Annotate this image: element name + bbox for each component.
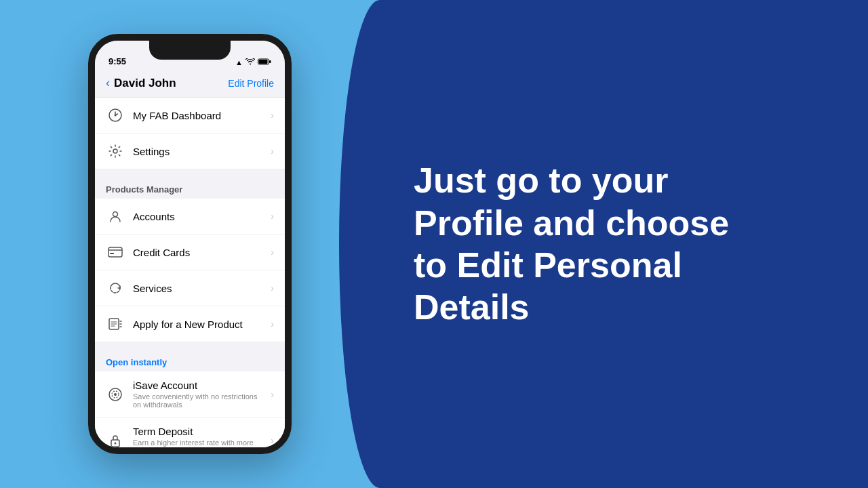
signal-icon: ▲ xyxy=(235,58,243,66)
svg-rect-7 xyxy=(108,247,122,257)
phone-mockup: 9:55 ▲ xyxy=(88,34,292,454)
menu-item-isave[interactable]: iSave Account Save conveniently with no … xyxy=(95,371,285,418)
apply-icon xyxy=(106,314,125,333)
svg-point-6 xyxy=(113,212,118,217)
credit-cards-icon xyxy=(106,243,125,262)
isave-label: iSave Account xyxy=(133,380,262,391)
left-panel: 9:55 ▲ xyxy=(0,0,380,488)
svg-point-4 xyxy=(115,115,117,117)
menu-item-apply[interactable]: Apply for a New Product › xyxy=(95,306,285,342)
chevron-icon: › xyxy=(271,389,274,400)
chevron-icon: › xyxy=(271,211,274,222)
menu-item-term-deposit[interactable]: Term Deposit Earn a higher interest rate… xyxy=(95,418,285,447)
menu-item-accounts[interactable]: Accounts › xyxy=(95,199,285,235)
term-deposit-sub: Earn a higher interest rate with more be… xyxy=(133,439,262,447)
settings-icon xyxy=(106,142,125,161)
open-instantly-section-header: Open instantly xyxy=(95,348,285,371)
svg-rect-1 xyxy=(269,60,271,63)
right-panel: Just go to your Profile and choose to Ed… xyxy=(380,0,868,488)
dashboard-label: My FAB Dashboard xyxy=(133,110,262,121)
term-deposit-text-block: Term Deposit Earn a higher interest rate… xyxy=(133,426,262,447)
svg-point-12 xyxy=(114,393,117,396)
headline-line2: Profile and choose xyxy=(414,203,729,243)
edit-profile-button[interactable]: Edit Profile xyxy=(228,78,274,89)
credit-cards-label: Credit Cards xyxy=(133,247,262,258)
wifi-icon xyxy=(245,58,255,66)
user-name: David John xyxy=(114,77,176,90)
chevron-icon: › xyxy=(271,435,274,446)
divider xyxy=(95,169,285,175)
menu-item-services[interactable]: Services › xyxy=(95,270,285,306)
svg-point-5 xyxy=(113,149,117,153)
divider xyxy=(95,342,285,348)
isave-sub: Save conveniently with no restrictions o… xyxy=(133,392,262,409)
svg-rect-2 xyxy=(259,60,268,64)
svg-rect-8 xyxy=(110,253,114,254)
chevron-icon: › xyxy=(271,146,274,157)
chevron-icon: › xyxy=(271,319,274,329)
phone-content: ‹ David John Edit Profile My FAB Dashboa… xyxy=(95,70,285,447)
menu-item-dashboard[interactable]: My FAB Dashboard › xyxy=(95,98,285,134)
phone-notch xyxy=(149,41,231,60)
headline-line1: Just go to your xyxy=(414,161,669,200)
back-button[interactable]: ‹ xyxy=(106,76,110,90)
chevron-icon: › xyxy=(271,110,274,121)
term-deposit-label: Term Deposit xyxy=(133,426,262,437)
menu-item-credit-cards[interactable]: Credit Cards › xyxy=(95,235,285,270)
services-label: Services xyxy=(133,283,262,294)
headline-line3: to Edit Personal xyxy=(414,245,682,285)
settings-label: Settings xyxy=(133,146,262,157)
chevron-icon: › xyxy=(271,283,274,293)
services-icon xyxy=(106,279,125,298)
menu-item-settings[interactable]: Settings › xyxy=(95,134,285,169)
status-icons: ▲ xyxy=(235,58,271,66)
headline: Just go to your Profile and choose to Ed… xyxy=(414,159,729,329)
products-section-header: Products Manager xyxy=(95,175,285,199)
chevron-icon: › xyxy=(271,247,274,258)
apply-label: Apply for a New Product xyxy=(133,319,262,330)
svg-point-14 xyxy=(115,442,117,444)
header-left: ‹ David John xyxy=(106,76,176,90)
term-deposit-icon xyxy=(106,431,125,448)
dashboard-icon xyxy=(106,106,125,125)
isave-text-block: iSave Account Save conveniently with no … xyxy=(133,380,262,409)
accounts-label: Accounts xyxy=(133,211,262,222)
isave-icon xyxy=(106,385,125,404)
battery-icon xyxy=(258,58,271,66)
headline-line4: Details xyxy=(414,287,530,327)
accounts-icon xyxy=(106,207,125,226)
phone-header: ‹ David John Edit Profile xyxy=(95,70,285,98)
status-time: 9:55 xyxy=(108,56,126,66)
